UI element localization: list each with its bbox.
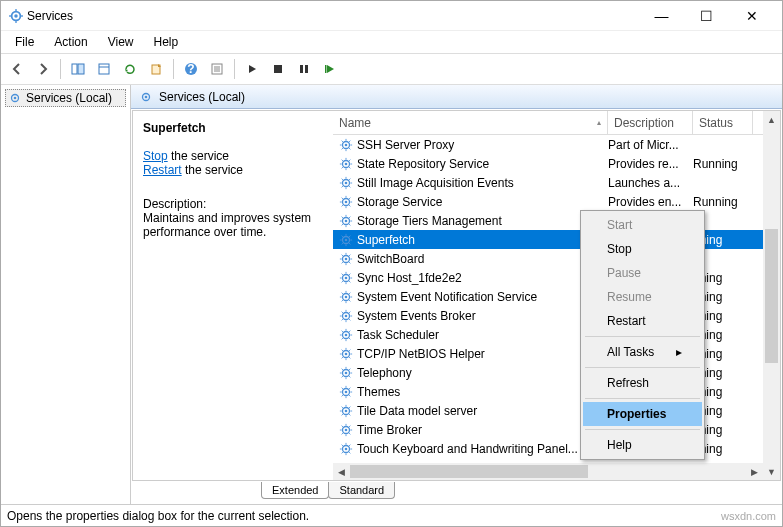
- svg-line-42: [349, 167, 350, 168]
- help-button[interactable]: ?: [179, 57, 203, 81]
- service-name: Touch Keyboard and Handwriting Panel...: [357, 442, 578, 456]
- start-service-button[interactable]: [240, 57, 264, 81]
- service-row[interactable]: Tile Data model servernning: [333, 401, 780, 420]
- ctx-refresh[interactable]: Refresh: [583, 371, 702, 395]
- service-row[interactable]: Time Brokernning: [333, 420, 780, 439]
- service-row[interactable]: Themesnning: [333, 382, 780, 401]
- service-row[interactable]: SSH Server ProxyPart of Micr...: [333, 135, 780, 154]
- restart-service-button[interactable]: [318, 57, 342, 81]
- service-row[interactable]: System Events Brokernning: [333, 306, 780, 325]
- service-row[interactable]: Sync Host_1fde2e2nning: [333, 268, 780, 287]
- service-row[interactable]: Task Schedulernning: [333, 325, 780, 344]
- svg-point-86: [345, 257, 348, 260]
- col-header-name[interactable]: Name▴: [333, 111, 608, 134]
- service-row[interactable]: Telephonynning: [333, 363, 780, 382]
- svg-line-33: [342, 148, 343, 149]
- service-name: Tile Data model server: [357, 404, 477, 418]
- gear-icon: [339, 347, 353, 361]
- svg-point-36: [345, 162, 348, 165]
- maximize-button[interactable]: ☐: [684, 2, 729, 30]
- stop-service-button[interactable]: [266, 57, 290, 81]
- ctx-properties[interactable]: Properties: [583, 402, 702, 426]
- menu-view[interactable]: View: [100, 33, 142, 51]
- service-description: Provides en...: [608, 195, 693, 209]
- menu-action[interactable]: Action: [46, 33, 95, 51]
- svg-line-163: [342, 395, 343, 396]
- vertical-scrollbar[interactable]: ▲ ▼: [763, 111, 780, 480]
- service-row[interactable]: Still Image Acquisition EventsLaunches a…: [333, 173, 780, 192]
- service-row[interactable]: State Repository ServiceProvides re...Ru…: [333, 154, 780, 173]
- scroll-down-button[interactable]: ▼: [763, 463, 780, 480]
- ctx-restart[interactable]: Restart: [583, 309, 702, 333]
- svg-rect-18: [300, 65, 303, 73]
- service-row[interactable]: Storage Tiers ManagementOptimizes t...: [333, 211, 780, 230]
- show-hide-tree-button[interactable]: [66, 57, 90, 81]
- ctx-help[interactable]: Help: [583, 433, 702, 457]
- tab-standard[interactable]: Standard: [328, 482, 395, 499]
- scroll-up-button[interactable]: ▲: [763, 111, 780, 128]
- ctx-stop[interactable]: Stop: [583, 237, 702, 261]
- gear-icon: [339, 309, 353, 323]
- service-row[interactable]: Touch Keyboard and Handwriting Panel...n…: [333, 439, 780, 458]
- col-header-status[interactable]: Status: [693, 111, 753, 134]
- svg-line-153: [342, 376, 343, 377]
- gear-icon: [339, 366, 353, 380]
- export-button[interactable]: [144, 57, 168, 81]
- service-name: Sync Host_1fde2e2: [357, 271, 462, 285]
- back-button[interactable]: [5, 57, 29, 81]
- svg-line-31: [342, 140, 343, 141]
- svg-line-112: [349, 300, 350, 301]
- service-row[interactable]: System Event Notification Servicenning: [333, 287, 780, 306]
- scroll-thumb[interactable]: [765, 229, 778, 363]
- ctx-separator: [585, 336, 700, 337]
- gear-icon: [8, 91, 22, 105]
- refresh-button[interactable]: [118, 57, 142, 81]
- restart-link[interactable]: Restart: [143, 163, 182, 177]
- minimize-button[interactable]: —: [639, 2, 684, 30]
- export-list-button[interactable]: [92, 57, 116, 81]
- svg-line-43: [342, 167, 343, 168]
- pause-service-button[interactable]: [292, 57, 316, 81]
- scroll-right-button[interactable]: ▶: [746, 463, 763, 480]
- toolbar: ?: [1, 53, 782, 85]
- tab-extended[interactable]: Extended: [261, 482, 329, 499]
- scroll-track[interactable]: [350, 463, 746, 480]
- scroll-left-button[interactable]: ◀: [333, 463, 350, 480]
- close-button[interactable]: ✕: [729, 2, 774, 30]
- horizontal-scrollbar[interactable]: ◀ ▶: [333, 463, 763, 480]
- description-text: Maintains and improves system performanc…: [143, 211, 323, 239]
- svg-line-82: [349, 243, 350, 244]
- properties-button[interactable]: [205, 57, 229, 81]
- svg-line-133: [342, 338, 343, 339]
- svg-line-73: [342, 224, 343, 225]
- gear-icon: [339, 385, 353, 399]
- scroll-thumb[interactable]: [350, 465, 588, 478]
- service-row[interactable]: Superfetchnning: [333, 230, 780, 249]
- service-name: SwitchBoard: [357, 252, 424, 266]
- service-row[interactable]: TCP/IP NetBIOS Helpernning: [333, 344, 780, 363]
- svg-line-113: [342, 300, 343, 301]
- menu-help[interactable]: Help: [146, 33, 187, 51]
- service-row[interactable]: Storage ServiceProvides en...Running: [333, 192, 780, 211]
- col-header-description[interactable]: Description: [608, 111, 693, 134]
- menu-file[interactable]: File: [7, 33, 42, 51]
- tree-pane: Services (Local): [1, 85, 131, 504]
- svg-line-64: [349, 197, 350, 198]
- ctx-all-tasks[interactable]: All Tasks▸: [583, 340, 702, 364]
- service-name: Time Broker: [357, 423, 422, 437]
- svg-point-66: [345, 219, 348, 222]
- stop-link[interactable]: Stop: [143, 149, 168, 163]
- tree-item-services-local[interactable]: Services (Local): [5, 89, 126, 107]
- service-row[interactable]: SwitchBoard: [333, 249, 780, 268]
- svg-line-91: [342, 254, 343, 255]
- gear-icon: [339, 138, 353, 152]
- service-name: Storage Service: [357, 195, 442, 209]
- scroll-track[interactable]: [763, 128, 780, 463]
- svg-point-116: [345, 314, 348, 317]
- statusbar: Opens the properties dialog box for the …: [1, 504, 782, 526]
- service-name: State Repository Service: [357, 157, 489, 171]
- svg-point-46: [345, 181, 348, 184]
- ctx-start: Start: [583, 213, 702, 237]
- forward-button[interactable]: [31, 57, 55, 81]
- service-name: SSH Server Proxy: [357, 138, 454, 152]
